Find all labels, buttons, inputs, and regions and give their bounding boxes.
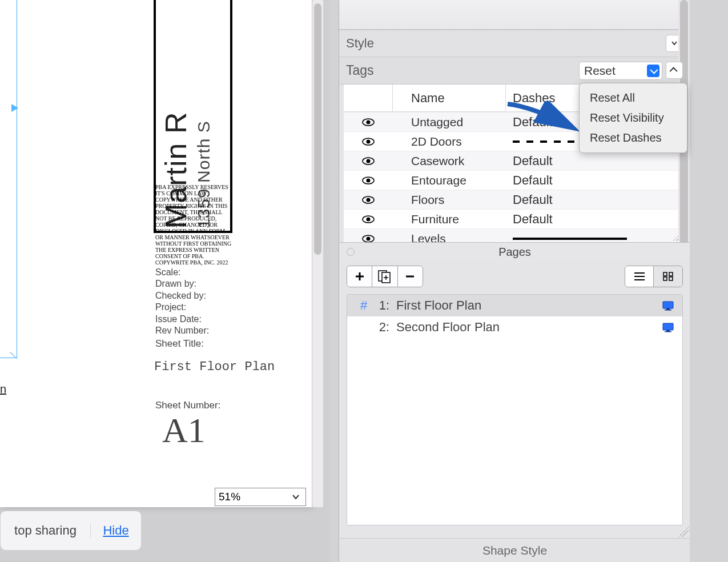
tag-dashes[interactable]: Default	[506, 212, 684, 227]
svg-rect-22	[665, 310, 671, 311]
menu-item-reset-visibility[interactable]: Reset Visibility	[580, 108, 687, 128]
duplicate-icon	[377, 270, 392, 283]
resize-grip-icon[interactable]	[678, 527, 689, 537]
sheet-info: Scale: Drawn by: Checked by: Project: Is…	[155, 267, 209, 337]
duplicate-page-button[interactable]	[372, 266, 397, 287]
sheet-number-label: Sheet Number:	[155, 400, 220, 411]
shape-style-label: Shape Style	[482, 544, 547, 557]
pages-title: Pages	[498, 246, 531, 259]
field-checked-by: Checked by:	[155, 291, 209, 301]
field-drawn-by: Drawn by:	[155, 279, 209, 289]
scene-tab-truncated[interactable]: n	[0, 383, 6, 396]
svg-rect-18	[663, 277, 667, 280]
svg-point-9	[367, 198, 371, 202]
document-area: Martin R 1359 North S PBA EXPRESSLY RESE…	[0, 0, 330, 562]
svg-rect-16	[663, 272, 667, 276]
page-item[interactable]: #1:First Floor Plan	[347, 295, 682, 316]
tag-row[interactable]: Levels	[344, 228, 684, 242]
document-canvas[interactable]: Martin R 1359 North S PBA EXPRESSLY RESE…	[0, 0, 312, 507]
page-item[interactable]: 2:Second Floor Plan	[347, 316, 682, 338]
shape-style-section-header[interactable]: Shape Style	[340, 538, 690, 562]
dash-value: Default	[513, 154, 553, 168]
inspector-top-blank	[339, 0, 689, 30]
page-name: Second Floor Plan	[396, 320, 662, 335]
visibility-toggle[interactable]	[344, 157, 393, 165]
grid-view-button[interactable]	[654, 266, 682, 287]
tag-dashes[interactable]: Default	[506, 192, 684, 207]
tag-dashes[interactable]	[506, 238, 684, 240]
selection-handle-icon[interactable]	[11, 104, 18, 112]
svg-point-5	[367, 159, 371, 163]
tag-row[interactable]: EntourageDefault	[344, 170, 684, 190]
visibility-toggle[interactable]	[344, 176, 393, 184]
tag-row[interactable]: FloorsDefault	[344, 190, 684, 209]
svg-rect-23	[663, 323, 673, 330]
minus-icon	[405, 271, 415, 282]
dash-value: Default	[513, 115, 553, 129]
add-page-button[interactable]	[347, 266, 372, 287]
monitor-icon	[662, 322, 674, 332]
field-scale: Scale:	[155, 267, 209, 278]
list-view-button[interactable]	[625, 266, 654, 287]
pages-toolbar	[347, 266, 683, 292]
zoom-value: 51%	[215, 488, 305, 505]
visibility-toggle[interactable]	[344, 138, 393, 146]
field-project: Project:	[155, 302, 209, 312]
list-view-icon	[633, 271, 646, 282]
pages-list: #1:First Floor Plan2:Second Floor Plan	[347, 294, 683, 525]
reset-dropdown[interactable]: Reset	[579, 62, 662, 80]
svg-point-1	[367, 120, 371, 124]
style-section-header[interactable]: Style	[339, 30, 689, 57]
stop-sharing-button[interactable]: top sharing	[1, 523, 91, 538]
document-scrollbar[interactable]	[312, 0, 323, 507]
tag-dashes[interactable]: Default	[506, 154, 684, 168]
visibility-toggle[interactable]	[344, 118, 393, 126]
svg-point-11	[367, 217, 371, 221]
tag-dashes[interactable]: Default	[506, 173, 684, 188]
tag-name: Casework	[393, 154, 506, 168]
column-visibility[interactable]	[344, 85, 393, 111]
pages-button-group	[347, 266, 423, 287]
visibility-toggle[interactable]	[344, 215, 393, 223]
remove-page-button[interactable]	[398, 266, 423, 287]
page-name: First Floor Plan	[396, 298, 662, 313]
solid-line-icon	[513, 238, 627, 240]
dash-value: Default	[513, 173, 553, 187]
tag-name: Furniture	[393, 212, 506, 226]
menu-item-reset-all[interactable]: Reset All	[580, 88, 687, 108]
screen-share-bar: top sharing Hide	[0, 511, 142, 551]
tags-section-label: Tags	[346, 63, 374, 78]
monitor-icon	[662, 300, 674, 311]
window-close-icon[interactable]	[347, 248, 355, 256]
visibility-toggle[interactable]	[344, 196, 393, 204]
plus-icon	[355, 271, 365, 282]
tag-row[interactable]: CaseworkDefault	[344, 151, 684, 170]
reset-dropdown-label: Reset	[584, 64, 616, 78]
tag-name: Entourage	[393, 174, 506, 187]
sheet-number: A1	[162, 410, 206, 451]
zoom-select[interactable]: 51%	[215, 488, 306, 506]
svg-rect-17	[669, 272, 673, 276]
tag-name: Floors	[393, 193, 506, 207]
tag-row[interactable]: FurnitureDefault	[344, 209, 684, 228]
svg-rect-20	[663, 302, 673, 308]
field-rev-number: Rev Number:	[155, 326, 209, 336]
pages-panel: Pages	[340, 242, 690, 538]
sheet-title-label: Sheet Title:	[155, 338, 204, 350]
selection-corner-icon[interactable]	[0, 351, 17, 360]
style-section-label: Style	[346, 36, 374, 51]
reset-dropdown-toggle[interactable]	[647, 65, 659, 77]
svg-point-13	[367, 236, 371, 240]
menu-item-reset-dashes[interactable]: Reset Dashes	[580, 128, 687, 148]
svg-rect-19	[669, 277, 673, 280]
tags-collapse-button[interactable]	[666, 62, 683, 79]
visibility-toggle[interactable]	[344, 235, 393, 243]
column-name[interactable]: Name	[393, 85, 506, 111]
pages-titlebar[interactable]: Pages	[340, 243, 690, 261]
svg-rect-25	[665, 331, 671, 332]
svg-rect-24	[666, 330, 670, 331]
tag-name: Untagged	[393, 115, 506, 129]
scrollbar-thumb[interactable]	[314, 3, 321, 255]
hide-button[interactable]: Hide	[91, 523, 141, 538]
dash-value: Default	[513, 192, 553, 207]
